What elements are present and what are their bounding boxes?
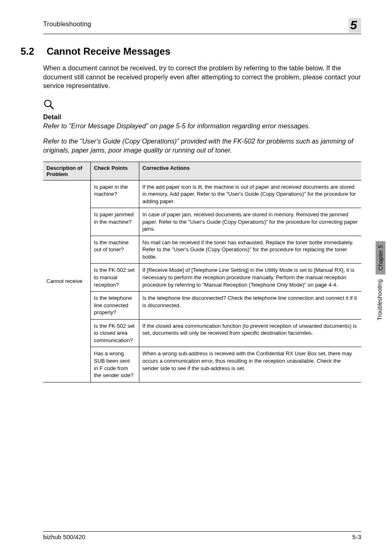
section-title: Cannot Receive Messages [46,46,170,57]
footer-product: bizhub 500/420 [43,533,85,540]
page-footer: bizhub 500/420 5-3 [43,531,361,540]
detail-heading: Detail [43,114,361,121]
chapter-badge: 5 [348,18,361,33]
header-title: Troubleshooting [43,21,91,28]
table-row: Is the machine out of toner? No mail can… [43,236,361,264]
chapter-number: 5 [350,18,357,32]
table-header-row: Description of Problem Check Points Corr… [43,162,361,180]
side-tab: Chapter 5 Troubleshooting [375,228,386,323]
cell-action: Is the telephone line disconnected? Chec… [139,292,361,320]
footer-page-number: 5-3 [352,533,361,540]
cell-check: Is the telephone line connected properly… [90,292,139,320]
page-header: Troubleshooting 5 [43,21,361,34]
cell-check: Has a wrong SUB been sent in F code from… [90,347,139,382]
table-row: Is the telephone line connected properly… [43,292,361,320]
cell-action: If [Receive Mode] of [Telephone Line Set… [139,264,361,292]
table-row: Cannot receive Is paper in the machine? … [43,180,361,208]
table-row: Is the FK-502 set to closed area communi… [43,319,361,347]
svg-line-1 [51,106,53,109]
intro-paragraph: When a document cannot be received, try … [43,64,361,90]
cell-check: Is the machine out of toner? [90,236,139,264]
magnifier-icon [43,99,361,112]
cell-action: In case of paper jam, received documents… [139,208,361,236]
cell-action: No mail can be received if the toner has… [139,236,361,264]
table-row: Is the FK-502 set to manual reception? I… [43,264,361,292]
cell-action: If the add paper icon is lit, the machin… [139,180,361,208]
detail-paragraph-1: Refer to "Error Message Displayed" on pa… [43,122,361,131]
cell-action: When a wrong sub-address is received wit… [139,347,361,382]
col-header-description: Description of Problem [43,162,90,180]
col-header-action: Corrective Actions [139,162,361,180]
page: Troubleshooting 5 5.2 Cannot Receive Mes… [0,0,392,556]
cell-check: Is the FK-502 set to manual reception? [90,264,139,292]
cell-description: Cannot receive [43,180,90,382]
side-tab-chapter: Chapter 5 [376,241,385,274]
detail-paragraph-2: Refer to the "User's Guide (Copy Operati… [43,137,361,155]
cell-check: Is paper in the machine? [90,180,139,208]
cell-action: If the closed area communication functio… [139,319,361,347]
troubleshoot-table: Description of Problem Check Points Corr… [43,162,361,382]
side-tab-label: Troubleshooting [376,277,385,323]
cell-check: Is the FK-502 set to closed area communi… [90,319,139,347]
table-row: Is paper jammed in the machine? In case … [43,208,361,236]
col-header-check: Check Points [90,162,139,180]
table-row: Has a wrong SUB been sent in F code from… [43,347,361,382]
section-heading: 5.2 Cannot Receive Messages [43,46,361,57]
cell-check: Is paper jammed in the machine? [90,208,139,236]
section-number: 5.2 [21,46,34,57]
